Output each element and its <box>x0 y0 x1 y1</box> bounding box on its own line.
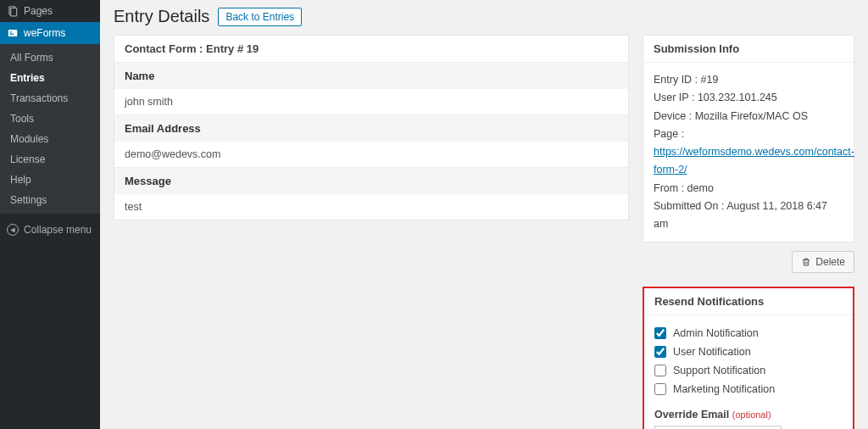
submission-info-panel: Submission Info Entry ID : #19 User IP :… <box>643 35 854 242</box>
sidebar-submenu: All Forms Entries Transactions Tools Mod… <box>0 44 100 214</box>
page-title: Entry Details <box>114 7 209 26</box>
submission-page-link[interactable]: https://weformsdemo.wedevs.com/contact-f… <box>654 146 854 176</box>
entry-panel: Contact Form : Entry # 19 Name john smit… <box>114 35 629 220</box>
weforms-icon <box>7 27 19 39</box>
notification-admin-checkbox[interactable] <box>654 327 666 339</box>
resend-notifications-panel: Resend Notifications Admin Notification … <box>643 287 854 429</box>
field-label-name: Name <box>114 63 628 89</box>
main-content: Entry Details Back to Entries Contact Fo… <box>100 0 868 429</box>
pages-icon <box>7 5 19 17</box>
notification-marketing-checkbox[interactable] <box>654 383 666 395</box>
collapse-label: Collapse menu <box>24 224 92 236</box>
submission-entry-id: Entry ID : #19 <box>654 71 843 89</box>
override-email-input[interactable] <box>654 426 782 429</box>
notification-support-checkbox[interactable] <box>654 365 666 376</box>
resend-notifications-title: Resend Notifications <box>644 288 853 315</box>
submission-user-ip: User IP : 103.232.101.245 <box>654 89 843 107</box>
sidebar-sub-allforms[interactable]: All Forms <box>0 47 100 68</box>
sidebar-sub-tools[interactable]: Tools <box>0 109 100 129</box>
submission-page: Page : https://weformsdemo.wedevs.com/co… <box>654 125 843 180</box>
sidebar-sub-transactions[interactable]: Transactions <box>0 88 100 109</box>
pages-label: Pages <box>24 5 53 17</box>
back-to-entries-button[interactable]: Back to Entries <box>218 8 302 26</box>
entry-panel-title: Contact Form : Entry # 19 <box>114 36 628 63</box>
sidebar-sub-license[interactable]: License <box>0 149 100 170</box>
sidebar-item-weforms[interactable]: weForms <box>0 22 100 44</box>
notification-user-checkbox[interactable] <box>654 346 666 358</box>
notification-admin[interactable]: Admin Notification <box>654 324 843 343</box>
notification-support[interactable]: Support Notification <box>654 361 843 380</box>
trash-icon <box>801 257 811 267</box>
sidebar-sub-settings[interactable]: Settings <box>0 190 100 210</box>
sidebar-sub-modules[interactable]: Modules <box>0 129 100 149</box>
submission-info-title: Submission Info <box>643 36 854 63</box>
field-value-email: demo@wedevs.com <box>114 142 628 167</box>
notification-marketing[interactable]: Marketing Notification <box>654 380 843 398</box>
collapse-icon: ◄ <box>7 224 19 236</box>
field-value-name: john smith <box>114 89 628 114</box>
sidebar-item-pages[interactable]: Pages <box>0 0 100 22</box>
weforms-label: weForms <box>24 27 65 39</box>
field-label-email: Email Address <box>114 114 628 142</box>
sidebar-sub-entries[interactable]: Entries <box>0 68 100 88</box>
field-value-message: test <box>114 194 628 220</box>
sidebar-sub-help[interactable]: Help <box>0 170 100 190</box>
page-header: Entry Details Back to Entries <box>114 7 854 26</box>
svg-rect-1 <box>11 8 17 16</box>
submission-from: From : demo <box>654 180 843 198</box>
delete-button[interactable]: Delete <box>792 251 854 273</box>
override-email-label: Override Email (optional) <box>654 409 843 421</box>
field-label-message: Message <box>114 167 628 194</box>
svg-rect-2 <box>8 30 18 36</box>
collapse-menu[interactable]: ◄ Collapse menu <box>0 217 100 242</box>
submission-device: Device : Mozilla Firefox/MAC OS <box>654 108 843 125</box>
submission-submitted: Submitted On : August 11, 2018 6:47 am <box>654 198 843 234</box>
admin-sidebar: Pages weForms All Forms Entries Transact… <box>0 0 100 429</box>
notification-user[interactable]: User Notification <box>654 343 843 361</box>
